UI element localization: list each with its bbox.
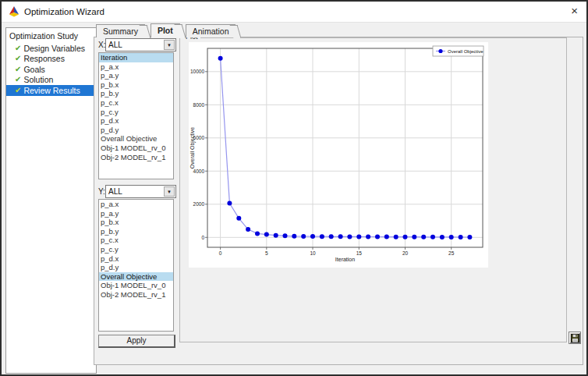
svg-text:25: 25 [448, 250, 455, 256]
svg-text:2000: 2000 [193, 201, 205, 207]
list-item[interactable]: p_c.x [99, 98, 173, 108]
svg-text:10000: 10000 [190, 69, 204, 74]
y-variable-listbox: p_a.xp_a.yp_b.xp_b.yp_c.xp_c.yp_d.xp_d.y… [98, 199, 174, 332]
list-item[interactable]: Obj-2 MODEL_rv_1 [99, 153, 173, 162]
list-item[interactable]: Overall Objective [99, 272, 173, 282]
window-title: Optimization Wizard [24, 7, 104, 16]
list-item[interactable]: Obj-1 MODEL_rv_0 [99, 144, 173, 153]
tree-item-label: Review Results [23, 86, 80, 95]
tree-item-design-variables[interactable]: ✔Design Variables [6, 43, 96, 54]
tree-item-label: Goals [23, 65, 44, 74]
apply-button[interactable]: Apply [98, 335, 175, 348]
close-icon[interactable]: × [571, 4, 578, 18]
list-item[interactable]: p_d.y [99, 126, 173, 135]
tab-animation[interactable]: Animation [186, 24, 236, 37]
list-item[interactable]: p_b.x [99, 80, 173, 90]
tab-bar: SummaryPlotAnimation [96, 24, 241, 37]
list-item[interactable]: Obj-1 MODEL_rv_0 [99, 281, 173, 290]
list-item[interactable]: p_a.x [99, 62, 173, 72]
x-axis-combobox-value: ALL [108, 41, 122, 49]
list-item[interactable]: p_c.y [99, 108, 173, 117]
tree-root-optimization-study[interactable]: Optimization Study [6, 28, 96, 43]
y-axis-combobox-value: ALL [108, 187, 122, 196]
app-icon [9, 6, 19, 17]
list-item[interactable]: p_b.y [99, 227, 173, 236]
tree-item-solution[interactable]: ✔Solution [6, 75, 96, 86]
optimization-wizard-window: Optimization Wizard × Optimization Study… [0, 0, 588, 376]
list-item[interactable]: p_b.x [99, 218, 173, 227]
tab-plot[interactable]: Plot [151, 23, 180, 37]
svg-text:5: 5 [265, 250, 268, 256]
list-item[interactable]: p_a.y [99, 71, 173, 80]
y-axis-label: Y: [98, 187, 105, 196]
x-axis-label: X: [98, 41, 105, 49]
checkmark-icon: ✔ [15, 55, 21, 62]
svg-text:8000: 8000 [193, 102, 205, 108]
svg-text:20: 20 [402, 250, 409, 256]
checkmark-icon: ✔ [15, 87, 21, 94]
tree-item-responses[interactable]: ✔Responses [6, 54, 96, 65]
tree-item-review-results[interactable]: ✔Review Results [6, 85, 96, 96]
tree-item-label: Design Variables [23, 44, 85, 53]
list-item[interactable]: p_d.x [99, 116, 173, 126]
x-variable-listbox: Iterationp_a.xp_a.yp_b.xp_b.yp_c.xp_c.yp… [98, 52, 174, 179]
svg-text:0: 0 [201, 235, 204, 240]
list-item[interactable]: Overall Objective [99, 134, 173, 144]
list-item[interactable]: p_c.x [99, 236, 173, 245]
svg-text:Iteration: Iteration [335, 257, 355, 262]
svg-text:10: 10 [310, 250, 316, 256]
list-item[interactable]: Iteration [99, 53, 173, 62]
checkmark-icon: ✔ [15, 66, 21, 73]
list-item[interactable]: p_a.y [99, 209, 173, 218]
tab-summary[interactable]: Summary [96, 24, 145, 37]
svg-text:Overall Objective: Overall Objective [190, 127, 196, 168]
list-item[interactable]: Obj-2 MODEL_rv_1 [99, 290, 173, 300]
objective-plot-chart: 05101520250200040006000800010000Iteratio… [189, 42, 488, 268]
list-item[interactable]: p_d.x [99, 254, 173, 264]
save-plot-button[interactable] [569, 332, 581, 344]
checkmark-icon: ✔ [15, 44, 21, 52]
list-item[interactable]: p_d.y [99, 263, 173, 272]
x-axis-combobox[interactable]: ALL ▼ [105, 38, 176, 51]
y-axis-selector-row: Y: ALL ▼ [98, 185, 176, 198]
list-item[interactable]: p_b.y [99, 89, 173, 98]
checkmark-icon: ✔ [15, 76, 21, 83]
list-item[interactable]: p_c.y [99, 245, 173, 254]
svg-text:15: 15 [356, 250, 363, 256]
titlebar: Optimization Wizard × [2, 2, 586, 23]
tree-item-label: Responses [23, 54, 65, 63]
chevron-down-icon[interactable]: ▼ [164, 40, 175, 50]
tree-item-label: Solution [23, 75, 53, 84]
svg-text:Overall Objective: Overall Objective [448, 49, 484, 54]
tree-item-goals[interactable]: ✔Goals [6, 64, 96, 75]
list-item[interactable]: p_a.x [99, 200, 173, 209]
x-axis-selector-row: X: ALL ▼ [98, 38, 176, 51]
study-tree-panel: Optimization Study ✔Design Variables✔Res… [5, 27, 97, 374]
study-tree-items: ✔Design Variables✔Responses✔Goals✔Soluti… [6, 43, 96, 96]
floppy-disk-icon [571, 334, 579, 342]
chevron-down-icon[interactable]: ▼ [164, 186, 175, 197]
svg-text:0: 0 [219, 250, 222, 256]
y-axis-combobox[interactable]: ALL ▼ [105, 185, 176, 198]
